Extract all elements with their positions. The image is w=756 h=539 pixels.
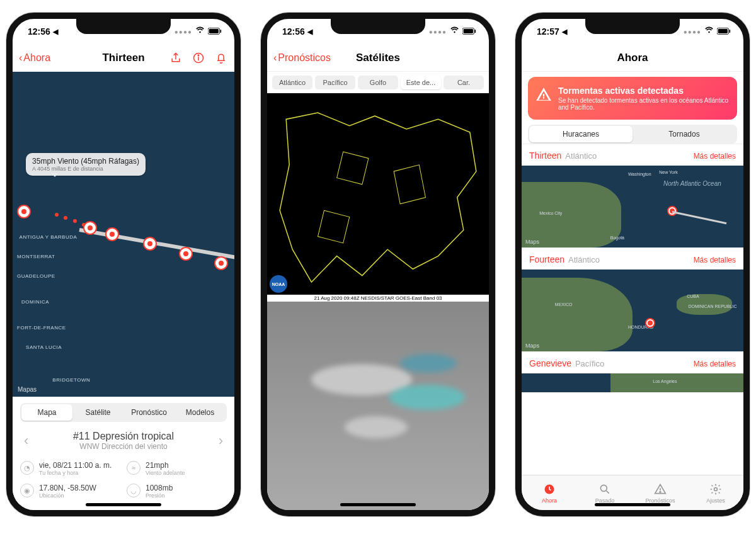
warning-icon <box>536 86 552 103</box>
more-details-link[interactable]: Más detalles <box>694 360 736 368</box>
cloud-icon <box>389 385 465 410</box>
active-storms-alert[interactable]: Tormentas activas detectadas Se han dete… <box>528 77 737 120</box>
info-pressure: ◡ 1008mbPresión <box>127 484 227 499</box>
phone-screen-2: 12:56 ◀ ●●●● ‹ Pronósticos Satélites Atl… <box>261 13 495 516</box>
sat-tab-atlantico[interactable]: Atlántico <box>272 76 312 89</box>
sat-tab-este[interactable]: Este de... <box>401 76 441 89</box>
chevron-left-icon: ‹ <box>19 52 22 64</box>
storm-marker[interactable] <box>179 247 193 261</box>
tab-label: Pasado <box>595 497 615 504</box>
sat-tab-pacifico[interactable]: Pacífico <box>315 76 355 89</box>
tab-label: Ajustes <box>706 497 725 504</box>
satellite-caption: 21 Aug 2020 09:48Z NESDIS/STAR GOES-East… <box>267 295 489 302</box>
home-indicator[interactable] <box>595 503 670 506</box>
noaa-logo-icon: NOAA <box>270 275 287 293</box>
storm-marker[interactable] <box>143 237 157 251</box>
seg-tornados[interactable]: Tornados <box>633 126 736 142</box>
storm-mini-map[interactable]: Los Angeles <box>522 373 743 392</box>
clock-icon <box>542 482 556 496</box>
storm-marker[interactable] <box>105 227 119 241</box>
back-button[interactable]: ‹ Ahora <box>19 52 50 64</box>
prev-storm-button[interactable]: ‹ <box>20 433 32 449</box>
seg-huracanes[interactable]: Huracanes <box>529 126 633 142</box>
svg-rect-2 <box>220 30 221 33</box>
bell-icon[interactable] <box>214 51 228 65</box>
country-label: CUBA <box>687 294 699 298</box>
storm-card-fourteen[interactable]: Fourteen Atlántico Más detalles MEXICO C… <box>522 247 743 351</box>
map-label: Bridgetown <box>52 377 90 383</box>
storm-ocean: Atlántico <box>568 255 600 264</box>
satellite-region-tabs[interactable]: Atlántico Pacífico Golfo Este de... Car. <box>267 72 489 93</box>
svg-point-16 <box>660 491 661 492</box>
callout-title: 35mph Viento (45mph Ráfagas) <box>32 157 139 166</box>
info-wind: ≈ 21mphViento adelante <box>127 461 227 476</box>
back-label: Ahora <box>23 52 50 64</box>
search-icon <box>598 482 612 496</box>
wind-icon: ≈ <box>127 461 140 475</box>
storm-marker[interactable] <box>17 205 31 218</box>
storm-ocean: Atlántico <box>565 151 597 161</box>
storm-list[interactable]: Thirteen Atlántico Más detalles North At… <box>522 144 743 475</box>
storm-mini-map[interactable]: North Atlantic Ocean Mexico City Washing… <box>522 166 743 247</box>
notch <box>585 19 680 34</box>
status-time: 12:56 <box>28 26 50 37</box>
status-time: 12:56 <box>282 26 305 37</box>
next-storm-button[interactable]: › <box>215 433 227 449</box>
info-icon[interactable] <box>192 51 205 65</box>
nav-bar: Ahora <box>522 44 743 72</box>
storm-mini-map[interactable]: MEXICO CUBA DOMINICAN REPUBLIC HONDURAS … <box>522 270 743 351</box>
battery-icon <box>462 26 476 37</box>
tab-ajustes[interactable]: Ajustes <box>688 475 743 510</box>
seg-modelos[interactable]: Modelos <box>175 404 226 421</box>
chevron-left-icon: ‹ <box>273 52 277 64</box>
landmass <box>522 278 633 351</box>
storm-card-genevieve[interactable]: Genevieve Pacífico Más detalles Los Ange… <box>522 351 743 392</box>
storm-track <box>672 211 727 224</box>
storm-card-thirteen[interactable]: Thirteen Atlántico Más detalles North At… <box>522 144 743 247</box>
back-button[interactable]: ‹ Pronósticos <box>273 52 331 64</box>
country-label: Mexico City <box>539 211 562 215</box>
landmass <box>610 373 743 392</box>
home-indicator[interactable] <box>340 503 416 506</box>
storm-callout[interactable]: 35mph Viento (45mph Ráfagas) A 4045 mill… <box>26 153 146 176</box>
battery-icon <box>208 26 222 37</box>
warning-icon <box>653 482 667 496</box>
tab-ahora[interactable]: Ahora <box>522 475 577 510</box>
storm-header: ‹ #11 Depresión tropical WNW Dirección d… <box>20 431 227 451</box>
bottom-panel: Mapa Satélite Pronóstico Modelos ‹ #11 D… <box>13 397 234 510</box>
seg-pronostico[interactable]: Pronóstico <box>123 404 175 421</box>
storm-marker <box>645 318 655 328</box>
satellite-image-visible[interactable]: NOAA 21 Aug 2020 09:48Z NESDIS/STAR GOES… <box>267 93 489 302</box>
sat-tab-car[interactable]: Car. <box>444 76 484 89</box>
country-label: Bogotá <box>610 235 624 240</box>
storm-marker[interactable] <box>214 256 228 270</box>
storm-subtitle: WNW Dirección del viento <box>32 442 214 451</box>
back-label: Pronósticos <box>278 52 331 64</box>
satellite-image-infrared[interactable] <box>267 302 489 510</box>
storm-track-map[interactable]: ANTIGUA Y BARBUDA MONTSERRAT GUADELOUPE … <box>13 72 234 397</box>
cellular-signal-icon: ●●●● <box>175 28 192 35</box>
country-label: New York <box>659 170 678 174</box>
notch <box>76 19 171 34</box>
storm-type-segmented-control[interactable]: Huracanes Tornados <box>528 125 737 144</box>
gear-icon <box>709 482 723 496</box>
view-segmented-control[interactable]: Mapa Satélite Pronóstico Modelos <box>20 403 227 422</box>
share-icon[interactable] <box>169 51 183 65</box>
home-indicator[interactable] <box>86 503 161 506</box>
seg-satelite[interactable]: Satélite <box>72 404 123 421</box>
svg-rect-1 <box>209 29 219 33</box>
wifi-icon <box>450 26 459 37</box>
map-label: SANTA LUCIA <box>26 344 62 350</box>
sat-tab-golfo[interactable]: Golfo <box>358 76 398 89</box>
status-time: 12:57 <box>537 26 559 37</box>
more-details-link[interactable]: Más detalles <box>694 152 736 161</box>
seg-mapa[interactable]: Mapa <box>21 404 72 421</box>
more-details-link[interactable]: Más detalles <box>694 256 736 264</box>
storm-marker[interactable] <box>83 221 97 235</box>
storm-ocean: Pacífico <box>575 359 604 368</box>
cloud-icon <box>345 416 408 438</box>
alert-subtitle: Se han detectado tormentas activas en lo… <box>558 97 730 111</box>
nav-bar: ‹ Pronósticos Satélites <box>267 44 489 72</box>
page-title: Thirteen <box>102 52 144 64</box>
storm-title: #11 Depresión tropical <box>32 431 214 442</box>
